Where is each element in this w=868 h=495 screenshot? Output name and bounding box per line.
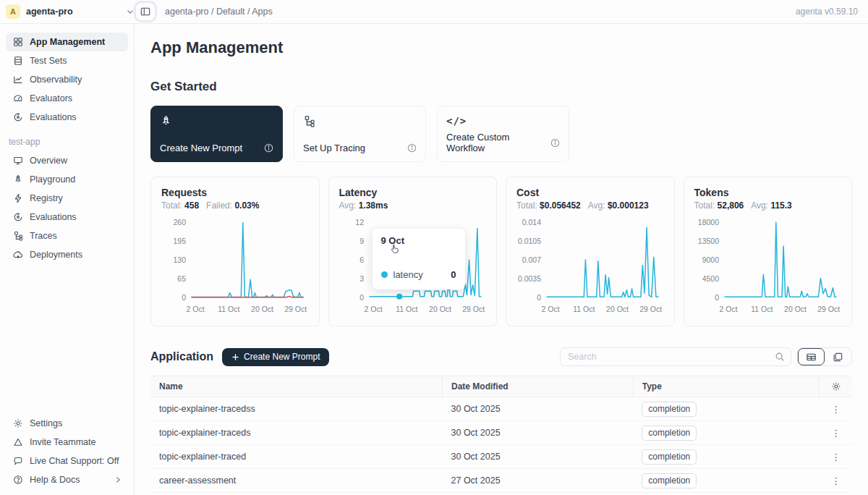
workspace-switcher[interactable]: A agenta-pro [6, 4, 135, 19]
svg-text:0: 0 [715, 293, 719, 302]
application-header: Application Create New Prompt [150, 347, 852, 366]
sidebar-item-evaluations[interactable]: Evaluations [6, 108, 128, 127]
svg-text:0.0035: 0.0035 [518, 274, 541, 283]
search-input[interactable] [568, 352, 775, 362]
card-view-button[interactable] [825, 348, 851, 365]
row-menu-button[interactable]: ⋮ [820, 397, 852, 421]
get-started-title: Get Started [150, 80, 852, 94]
app-date: 27 Oct 2025 [443, 469, 634, 493]
app-type: completion [633, 421, 820, 445]
chart-title: Latency [339, 187, 487, 198]
stat-value: 458 [184, 200, 199, 211]
panel-icon [140, 7, 150, 17]
row-menu-button[interactable]: ⋮ [820, 445, 852, 469]
tracing-icon [303, 115, 417, 127]
sidebar-item-app-evaluations[interactable]: Evaluations [6, 208, 128, 227]
stat-value: 1.38ms [359, 200, 388, 211]
info-icon[interactable] [550, 138, 560, 148]
cost-chart-card: Cost Total: $0.056452Avg: $0.000123 0.01… [506, 177, 675, 326]
gauge-icon [12, 93, 23, 104]
app-name[interactable]: topic-explainer-tracedss [150, 397, 443, 421]
rocket-icon [12, 174, 23, 185]
svg-text:130: 130 [173, 255, 186, 264]
stat-label: Total: [161, 200, 182, 211]
svg-text:0.007: 0.007 [522, 255, 541, 264]
sidebar-item-live-chat[interactable]: Live Chat Support: Off [6, 452, 128, 470]
sidebar-item-playground[interactable]: Playground [6, 170, 128, 189]
sidebar-item-app-management[interactable]: App Management [6, 33, 128, 51]
sidebar-item-settings[interactable]: Settings [6, 414, 128, 433]
column-header-name[interactable]: Name [150, 376, 443, 397]
app-name[interactable]: career-assessment [150, 469, 443, 493]
gear-icon[interactable] [828, 381, 843, 392]
sidebar-item-invite-teammate[interactable]: Invite Teammate [6, 433, 128, 452]
table-row[interactable]: topic-explainer-tracedss 30 Oct 2025 com… [150, 397, 852, 421]
svg-text:2 Oct: 2 Oct [187, 305, 205, 313]
type-badge: completion [642, 449, 697, 465]
sidebar-item-label: Invite Teammate [30, 437, 95, 447]
svg-text:11 Oct: 11 Oct [751, 305, 773, 313]
column-header-date-modified[interactable]: Date Modified [443, 376, 634, 397]
stat-label: Avg: [751, 200, 768, 211]
workspace-avatar: A [6, 4, 20, 19]
chart-stats: Total: 52,806Avg: 115.3 [694, 200, 842, 211]
workspace-name: agenta-pro [26, 7, 120, 17]
sidebar-item-help-docs[interactable]: Help & Docs [6, 470, 128, 489]
cost-line-chart[interactable]: 0.0140.01050.0070.003502 Oct11 Oct20 Oct… [516, 216, 663, 318]
mouse-cursor-icon [389, 242, 401, 255]
svg-text:20 Oct: 20 Oct [606, 305, 629, 313]
sidebar: App Management Test Sets Observability E… [0, 24, 135, 495]
info-icon[interactable] [264, 143, 273, 153]
type-badge: completion [642, 426, 697, 441]
sidebar-item-test-sets[interactable]: Test Sets [6, 51, 128, 70]
app-name[interactable]: topic-explainer-traced [150, 445, 443, 469]
row-menu-button[interactable]: ⋮ [820, 421, 852, 445]
info-icon[interactable] [407, 143, 417, 153]
card-view-icon [833, 352, 843, 363]
chart-tooltip: 9 Oct latency 0 [373, 229, 465, 289]
search-icon[interactable] [775, 352, 785, 362]
sidebar-item-label: Live Chat Support: Off [30, 456, 119, 466]
breadcrumb[interactable]: agenta-pro / Default / Apps [165, 7, 273, 17]
sidebar-item-label: Evaluations [30, 112, 77, 122]
app-type: completion [633, 397, 820, 421]
svg-text:11 Oct: 11 Oct [573, 305, 595, 313]
create-new-prompt-button[interactable]: Create New Prompt [222, 348, 329, 366]
sidebar-item-overview[interactable]: Overview [6, 151, 128, 170]
create-new-prompt-card[interactable]: Create New Prompt [150, 106, 283, 162]
stat-value: $0.056452 [540, 200, 581, 211]
sidebar-item-label: App Management [30, 37, 105, 47]
sidebar-item-registry[interactable]: Registry [6, 189, 128, 208]
table-row[interactable]: topic-explainer-traceds 30 Oct 2025 comp… [150, 421, 852, 445]
sidebar-item-evaluators[interactable]: Evaluators [6, 89, 128, 108]
page-title: App Management [150, 38, 852, 57]
tokens-line-chart[interactable]: 18000135009000450002 Oct11 Oct20 Oct29 O… [694, 216, 841, 318]
svg-text:29 Oct: 29 Oct [462, 305, 485, 313]
stat-label: Avg: [588, 200, 605, 211]
sidebar-toggle-button[interactable] [136, 3, 155, 20]
svg-text:2 Oct: 2 Oct [364, 305, 382, 313]
sidebar-item-observability[interactable]: Observability [6, 70, 128, 89]
latency-chart-card: Latency Avg: 1.38ms 1296302 Oct11 Oct20 … [328, 177, 498, 326]
requests-line-chart[interactable]: 2601951306502 Oct11 Oct20 Oct29 Oct [161, 216, 307, 318]
card-label: Create New Prompt [160, 143, 242, 153]
app-name[interactable]: topic-explainer-traceds [150, 421, 443, 445]
topbar: A agenta-pro agenta-pro / Default / Apps… [0, 0, 868, 24]
card-label: Create Custom Workflow [446, 132, 550, 153]
set-up-tracing-card[interactable]: Set Up Tracing [294, 106, 426, 162]
table-view-button[interactable] [798, 348, 825, 365]
column-header-type[interactable]: Type [633, 376, 820, 397]
sidebar-item-deployments[interactable]: Deployments [6, 245, 128, 264]
svg-text:9: 9 [359, 237, 364, 245]
svg-text:9000: 9000 [702, 255, 719, 264]
sidebar-item-traces[interactable]: Traces [6, 227, 128, 245]
sidebar-item-label: Evaluators [30, 93, 72, 103]
table-row[interactable]: career-assessment 27 Oct 2025 completion… [150, 469, 852, 493]
create-custom-workflow-card[interactable]: </> Create Custom Workflow [437, 106, 569, 162]
gear-icon [12, 418, 23, 429]
view-toggle [797, 347, 852, 366]
row-menu-button[interactable]: ⋮ [820, 469, 852, 493]
table-row[interactable]: topic-explainer-traced 30 Oct 2025 compl… [150, 445, 852, 469]
app-type: completion [633, 445, 820, 469]
sidebar-item-label: Traces [30, 231, 57, 241]
